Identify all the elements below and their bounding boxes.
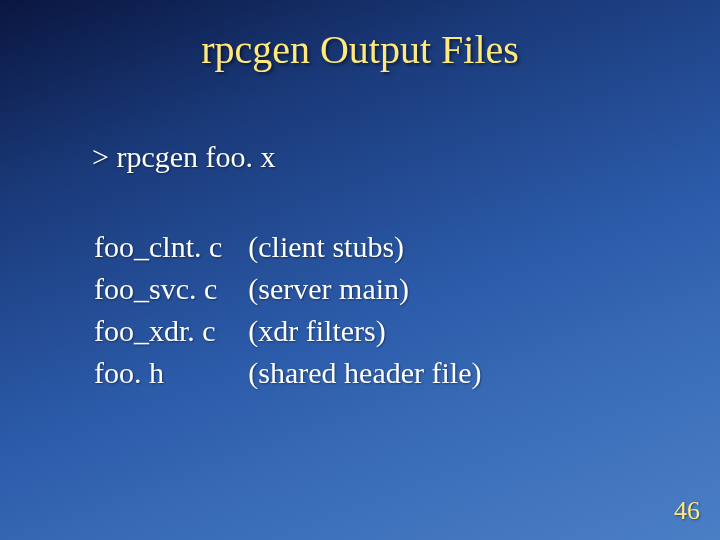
file-desc: (client stubs) — [248, 227, 481, 267]
page-number: 46 — [674, 496, 700, 526]
file-name: foo. h — [94, 353, 246, 393]
file-name: foo_clnt. c — [94, 227, 246, 267]
file-desc: (xdr filters) — [248, 311, 481, 351]
file-desc: (shared header file) — [248, 353, 481, 393]
output-files-table: foo_clnt. c (client stubs) foo_svc. c (s… — [92, 225, 484, 395]
table-row: foo_clnt. c (client stubs) — [94, 227, 482, 267]
file-desc: (server main) — [248, 269, 481, 309]
table-row: foo. h (shared header file) — [94, 353, 482, 393]
slide-title: rpcgen Output Files — [0, 26, 720, 73]
command-line: > rpcgen foo. x — [92, 140, 276, 174]
file-name: foo_svc. c — [94, 269, 246, 309]
table-row: foo_svc. c (server main) — [94, 269, 482, 309]
file-name: foo_xdr. c — [94, 311, 246, 351]
table-row: foo_xdr. c (xdr filters) — [94, 311, 482, 351]
